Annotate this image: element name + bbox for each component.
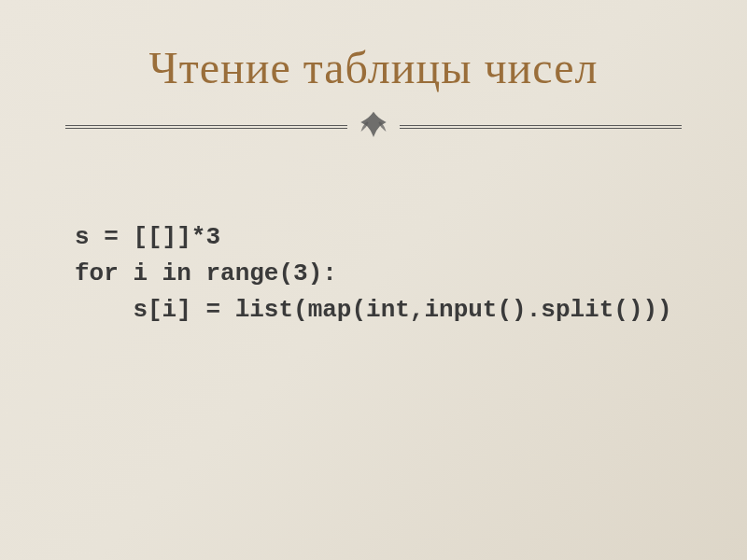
divider-line-right	[400, 122, 682, 130]
code-line-1: s = [[]]*3	[75, 219, 682, 256]
code-line-2: for i in range(3):	[75, 256, 682, 292]
divider-line-left	[65, 122, 347, 130]
title-divider	[65, 107, 682, 145]
code-line-3: s[i] = list(map(int,input().split()))	[75, 292, 682, 329]
ornament-icon	[355, 107, 392, 145]
slide-title: Чтение таблицы чисел	[65, 42, 682, 93]
slide-container: Чтение таблицы чисел s = [[]]*3 for i in…	[0, 0, 747, 560]
code-block: s = [[]]*3 for i in range(3): s[i] = lis…	[75, 219, 682, 329]
